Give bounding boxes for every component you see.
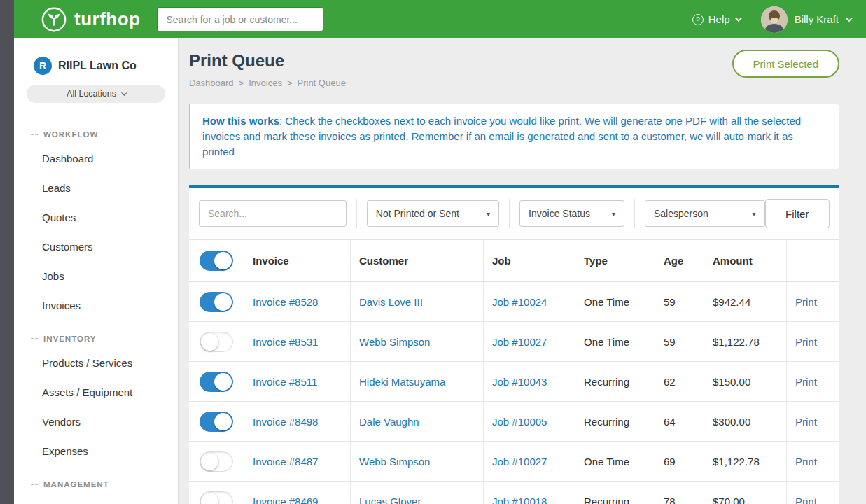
customer-link[interactable]: Webb Simpson bbox=[359, 336, 430, 348]
col-invoice: Invoice bbox=[244, 240, 351, 281]
customer-link[interactable]: Lucas Glover bbox=[359, 496, 421, 504]
age-cell: 62 bbox=[655, 362, 704, 401]
job-link[interactable]: Job #10043 bbox=[492, 376, 547, 388]
amount-cell: $942.44 bbox=[704, 282, 787, 321]
customer-link[interactable]: Webb Simpson bbox=[359, 456, 430, 468]
user-name: Billy Kraft bbox=[795, 13, 839, 25]
breadcrumb-separator: > bbox=[239, 78, 244, 88]
print-link[interactable]: Print bbox=[795, 336, 817, 348]
section-dashes-icon bbox=[31, 338, 34, 340]
location-filter-label: All Locations bbox=[67, 89, 116, 99]
breadcrumb-dashboard[interactable]: Dashboard bbox=[189, 78, 234, 88]
section-header-reports: REPORTS bbox=[14, 494, 178, 504]
customer-link[interactable]: Davis Love III bbox=[359, 296, 423, 308]
table-search-input[interactable] bbox=[199, 200, 347, 227]
section-header-inventory: INVENTORY bbox=[14, 321, 178, 349]
section-dashes-icon bbox=[31, 134, 34, 135]
brand-name: turfhop bbox=[74, 8, 140, 30]
amount-cell: $150.00 bbox=[704, 362, 787, 401]
print-queue-card: Not Printed or Sent ▾ Invoice Status ▾ S… bbox=[189, 185, 839, 504]
age-cell: 64 bbox=[655, 402, 704, 441]
invoice-status-select[interactable]: Invoice Status ▾ bbox=[519, 200, 624, 227]
select-all-toggle[interactable] bbox=[200, 251, 233, 271]
company-switcher[interactable]: R RIIPL Lawn Co bbox=[14, 38, 178, 75]
age-cell: 69 bbox=[655, 442, 704, 481]
age-cell: 59 bbox=[655, 282, 704, 321]
row-select-toggle[interactable] bbox=[200, 412, 233, 432]
printed-status-select[interactable]: Not Printed or Sent ▾ bbox=[367, 200, 499, 227]
print-link[interactable]: Print bbox=[795, 416, 817, 428]
table-row: Invoice #8528 Davis Love III Job #10024 … bbox=[189, 282, 839, 322]
job-link[interactable]: Job #10024 bbox=[492, 296, 547, 308]
info-box: How this works: Check the checkboxes nex… bbox=[189, 104, 839, 169]
location-filter-dropdown[interactable]: All Locations bbox=[27, 85, 165, 103]
amount-cell: $1,122.78 bbox=[704, 322, 787, 361]
age-cell: 78 bbox=[655, 482, 704, 504]
sidebar-item-vendors[interactable]: Vendors bbox=[14, 407, 178, 437]
print-link[interactable]: Print bbox=[795, 376, 817, 388]
invoice-link[interactable]: Invoice #8531 bbox=[253, 336, 318, 348]
job-link[interactable]: Job #10027 bbox=[492, 456, 547, 468]
sidebar-item-customers[interactable]: Customers bbox=[14, 232, 178, 262]
filter-separator bbox=[356, 199, 357, 228]
sidebar: R RIIPL Lawn Co All Locations WORKFLOW D… bbox=[14, 38, 179, 504]
col-age: Age bbox=[655, 240, 704, 281]
row-select-toggle[interactable] bbox=[200, 332, 233, 352]
row-select-toggle[interactable] bbox=[200, 372, 233, 392]
section-header-management: MANAGEMENT bbox=[14, 466, 178, 494]
printed-status-value: Not Printed or Sent bbox=[376, 208, 459, 219]
customer-link[interactable]: Dale Vaughn bbox=[359, 416, 419, 428]
chevron-down-icon bbox=[121, 90, 127, 95]
type-cell: One Time bbox=[575, 442, 655, 481]
turfhop-logo-icon bbox=[41, 6, 67, 33]
row-select-toggle[interactable] bbox=[200, 292, 233, 312]
brand[interactable]: turfhop bbox=[41, 6, 140, 33]
amount-cell: $300.00 bbox=[704, 402, 787, 441]
row-select-toggle[interactable] bbox=[200, 451, 233, 472]
table-row: Invoice #8469 Lucas Glover Job #10018 Re… bbox=[189, 482, 839, 504]
age-cell: 59 bbox=[655, 322, 704, 361]
sidebar-item-assets-equipment[interactable]: Assets / Equipment bbox=[14, 378, 178, 407]
job-link[interactable]: Job #10027 bbox=[492, 336, 547, 348]
sidebar-item-dashboard[interactable]: Dashboard bbox=[14, 144, 178, 174]
invoice-link[interactable]: Invoice #8498 bbox=[253, 416, 318, 428]
print-selected-button[interactable]: Print Selected bbox=[732, 50, 839, 78]
company-name: RIIPL Lawn Co bbox=[58, 59, 137, 72]
table-header: Invoice Customer Job Type Age Amount bbox=[189, 240, 839, 282]
col-job: Job bbox=[484, 240, 575, 281]
invoice-link[interactable]: Invoice #8487 bbox=[253, 456, 318, 468]
help-menu[interactable]: ? Help bbox=[692, 13, 740, 25]
invoice-link[interactable]: Invoice #8469 bbox=[253, 496, 318, 504]
sidebar-item-quotes[interactable]: Quotes bbox=[14, 203, 178, 232]
invoice-link[interactable]: Invoice #8511 bbox=[253, 376, 317, 388]
breadcrumb-invoices[interactable]: Invoices bbox=[249, 78, 282, 88]
salesperson-select[interactable]: Salesperson ▾ bbox=[645, 200, 765, 227]
print-link[interactable]: Print bbox=[795, 456, 817, 468]
invoice-status-value: Invoice Status bbox=[529, 208, 590, 219]
caret-down-icon: ▾ bbox=[487, 210, 490, 218]
filter-bar: Not Printed or Sent ▾ Invoice Status ▾ S… bbox=[189, 188, 839, 240]
invoice-link[interactable]: Invoice #8528 bbox=[253, 296, 318, 308]
row-select-toggle[interactable] bbox=[200, 491, 233, 504]
user-menu[interactable]: Billy Kraft bbox=[761, 6, 851, 33]
sidebar-item-products-services[interactable]: Products / Services bbox=[14, 349, 178, 378]
type-cell: Recurring bbox=[575, 362, 655, 401]
left-edge-strip bbox=[0, 0, 14, 504]
sidebar-item-invoices[interactable]: Invoices bbox=[14, 291, 178, 321]
info-box-title: How this works bbox=[202, 115, 279, 127]
sidebar-item-jobs[interactable]: Jobs bbox=[14, 262, 178, 291]
caret-down-icon: ▾ bbox=[612, 210, 615, 218]
global-search-input[interactable] bbox=[157, 7, 323, 31]
help-circle-icon: ? bbox=[692, 14, 704, 25]
sidebar-item-leads[interactable]: Leads bbox=[14, 174, 178, 203]
sidebar-item-expenses[interactable]: Expenses bbox=[14, 437, 178, 466]
section-dashes-icon bbox=[31, 484, 34, 485]
filter-button[interactable]: Filter bbox=[765, 199, 830, 228]
job-link[interactable]: Job #10005 bbox=[492, 416, 547, 428]
print-link[interactable]: Print bbox=[795, 496, 817, 504]
type-cell: Recurring bbox=[575, 482, 655, 504]
job-link[interactable]: Job #10018 bbox=[492, 496, 547, 504]
print-link[interactable]: Print bbox=[795, 296, 817, 308]
info-box-text: : Check the checkboxes next to each invo… bbox=[202, 115, 801, 158]
customer-link[interactable]: Hideki Matsuyama bbox=[359, 376, 445, 388]
